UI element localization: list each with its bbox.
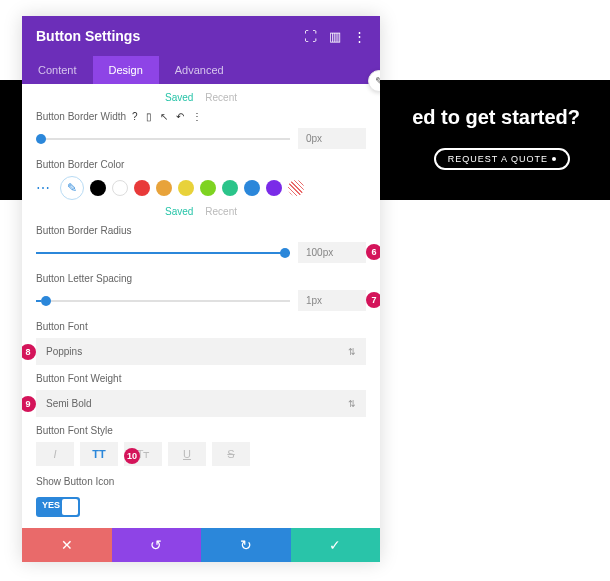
settings-panel: ✎ Button Settings ⛶ ▥ ⋮ Content Design A… (22, 16, 380, 562)
more-icon[interactable]: ⋮ (353, 29, 366, 44)
label-font: Button Font (36, 321, 366, 332)
font-weight-dropdown[interactable]: Semi Bold⇅ (36, 390, 366, 417)
saved-link[interactable]: Saved (165, 206, 193, 217)
recent-link[interactable]: Recent (205, 206, 237, 217)
expand-icon[interactable]: ⛶ (304, 29, 317, 44)
cursor-icon[interactable]: ↖ (160, 111, 168, 122)
eyedropper-icon[interactable]: ✎ (60, 176, 84, 200)
more-colors[interactable]: ⋯ (36, 180, 50, 196)
color-swatch[interactable] (134, 180, 150, 196)
panel-title: Button Settings (36, 28, 140, 44)
label-border-color: Button Border Color (36, 159, 366, 170)
color-swatch[interactable] (222, 180, 238, 196)
badge-10: 10 (124, 448, 140, 464)
label-letter-spacing: Button Letter Spacing (36, 273, 366, 284)
color-swatch[interactable] (244, 180, 260, 196)
label-border-radius: Button Border Radius (36, 225, 366, 236)
chevron-updown-icon: ⇅ (348, 347, 356, 357)
italic-button[interactable]: I (36, 442, 74, 466)
undo-icon[interactable]: ↶ (176, 111, 184, 122)
request-quote-button[interactable]: REQUEST A QUOTE (434, 148, 570, 170)
strikethrough-button[interactable]: S (212, 442, 250, 466)
color-swatch[interactable] (90, 180, 106, 196)
confirm-button[interactable]: ✓ (291, 528, 381, 562)
more-icon[interactable]: ⋮ (192, 111, 202, 122)
label-show-icon: Show Button Icon (36, 476, 366, 487)
bg-headline: ed to get started? (412, 106, 580, 129)
columns-icon[interactable]: ▥ (329, 29, 341, 44)
help-icon[interactable]: ? (132, 111, 138, 122)
letter-spacing-slider[interactable] (36, 294, 290, 308)
show-icon-toggle[interactable]: YES (36, 497, 80, 517)
border-width-slider[interactable] (36, 132, 290, 146)
tab-content[interactable]: Content (22, 56, 93, 84)
label-font-style: Button Font Style (36, 425, 366, 436)
label-border-width: Button Border Width ? ▯ ↖ ↶ ⋮ (36, 111, 366, 122)
tab-advanced[interactable]: Advanced (159, 56, 240, 84)
recent-link[interactable]: Recent (205, 92, 237, 103)
redo-button[interactable]: ↻ (201, 528, 291, 562)
tabs: Content Design Advanced (22, 56, 380, 84)
font-dropdown[interactable]: Poppins⇅ (36, 338, 366, 365)
uppercase-button[interactable]: TT (80, 442, 118, 466)
badge-9: 9 (22, 396, 36, 412)
tab-design[interactable]: Design (93, 56, 159, 84)
border-width-value[interactable]: 0px (298, 128, 366, 149)
chevron-updown-icon: ⇅ (348, 399, 356, 409)
badge-8: 8 (22, 344, 36, 360)
underline-button[interactable]: U (168, 442, 206, 466)
letter-spacing-value[interactable]: 1px (298, 290, 366, 311)
label-font-weight: Button Font Weight (36, 373, 366, 384)
color-swatch[interactable] (178, 180, 194, 196)
color-swatch[interactable] (156, 180, 172, 196)
panel-footer: ✕ ↺ ↻ ✓ (22, 528, 380, 562)
undo-button[interactable]: ↺ (112, 528, 202, 562)
border-radius-slider[interactable] (36, 246, 290, 260)
badge-7: 7 (366, 292, 380, 308)
color-swatch[interactable] (112, 180, 128, 196)
color-swatch[interactable] (200, 180, 216, 196)
swatch-none[interactable] (288, 180, 304, 196)
cancel-button[interactable]: ✕ (22, 528, 112, 562)
color-swatch[interactable] (266, 180, 282, 196)
badge-6: 6 (366, 244, 380, 260)
border-radius-value[interactable]: 100px (298, 242, 366, 263)
phone-icon[interactable]: ▯ (146, 111, 152, 122)
panel-header: Button Settings ⛶ ▥ ⋮ (22, 16, 380, 56)
saved-link[interactable]: Saved (165, 92, 193, 103)
panel-body[interactable]: Saved Recent Button Border Width ? ▯ ↖ ↶… (22, 84, 380, 528)
